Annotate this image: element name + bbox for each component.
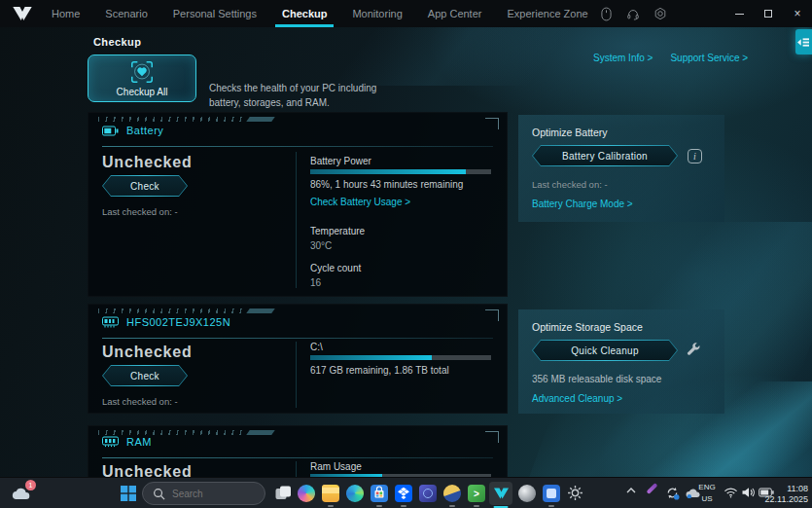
page-title: Checkup (93, 36, 141, 48)
running-indicator (376, 505, 382, 507)
main-nav: Home Scenario Personal Settings Checkup … (39, 0, 601, 27)
optimize-battery-panel: Optimize Battery Battery Calibration i L… (518, 115, 724, 222)
checkup-heart-scan-icon (129, 59, 155, 85)
side-panel-toggle[interactable] (795, 29, 812, 54)
tray-wifi-icon[interactable] (724, 487, 738, 498)
check-battery-usage-link[interactable]: Check Battery Usage > (310, 197, 410, 207)
system-info-link[interactable]: System Info > (593, 53, 653, 63)
cycle-count-value: 16 (310, 277, 321, 288)
temperature-value: 30°C (310, 240, 332, 251)
checkup-all-label: Checkup All (117, 87, 168, 97)
decor-hatch (98, 117, 244, 122)
tray-chevron-icon[interactable] (626, 488, 636, 493)
advanced-cleanup-link[interactable]: Advanced Cleanup > (532, 393, 622, 404)
running-indicator (401, 505, 406, 507)
wrench-icon[interactable] (687, 343, 701, 361)
nav-home[interactable]: Home (39, 0, 92, 27)
ssd-icon (102, 316, 119, 328)
taskbar-icon-copilot[interactable] (298, 485, 315, 502)
windows-taskbar: 1 (0, 477, 812, 508)
taskbar-icon-app-green-terminal[interactable]: > (468, 485, 485, 502)
battery-power-label: Battery Power (310, 156, 371, 166)
nav-checkup[interactable]: Checkup (269, 0, 339, 27)
taskbar-icon-microsoft-store[interactable] (371, 485, 388, 502)
taskbar-icon-app-grey[interactable] (518, 485, 536, 502)
quick-cleanup-label: Quick Cleanup (571, 345, 639, 356)
nav-monitoring[interactable]: Monitoring (339, 0, 414, 27)
releasable-space-text: 356 MB releasable disk space (532, 374, 661, 384)
taskbar-icon-file-explorer[interactable] (322, 485, 339, 502)
nav-personal-settings[interactable]: Personal Settings (160, 0, 269, 27)
storage-usage-detail: 617 GB remaining, 1.86 TB total (310, 365, 449, 376)
maximize-button[interactable] (754, 0, 783, 27)
divider (296, 152, 297, 288)
minimize-button[interactable] (724, 0, 754, 27)
battery-calibration-button[interactable]: Battery Calibration (532, 145, 678, 166)
cycle-count-label: Cycle count (310, 263, 361, 273)
battery-card: Battery Unchecked Check Last checked on:… (88, 112, 508, 297)
storage-card: HFS002TEJ9X125N Unchecked Check Last che… (88, 304, 508, 414)
language-line-2: US (694, 493, 720, 505)
clock-time: 11:08 (765, 484, 808, 494)
taskbar-icon-app-gold[interactable] (443, 485, 461, 502)
support-service-link[interactable]: Support Service > (670, 53, 748, 63)
battery-power-bar (310, 169, 491, 174)
close-button[interactable]: × (783, 0, 812, 27)
storage-usage-bar (310, 355, 491, 360)
nav-experience-zone[interactable]: Experience Zone (494, 0, 600, 27)
bg-streak (275, 27, 630, 86)
info-icon[interactable]: i (688, 149, 702, 163)
optimize-battery-title: Optimize Battery (532, 127, 608, 138)
checkup-description: Checks the health of your PC including b… (209, 82, 408, 110)
battery-card-title: Battery (126, 125, 163, 136)
language-line-1: ENG (694, 482, 720, 493)
taskbar-icon-app-purple[interactable] (419, 485, 437, 502)
running-indicator (548, 505, 554, 507)
ram-card-title: RAM (126, 436, 152, 448)
taskbar-icon-app-blue[interactable] (543, 485, 560, 502)
ram-icon (102, 436, 119, 448)
predatorsense-window: Home Scenario Personal Settings Checkup … (0, 0, 812, 508)
optimize-storage-panel: Optimize Storage Space Quick Cleanup 356… (518, 309, 724, 414)
checkup-all-button[interactable]: Checkup All (88, 54, 196, 102)
storage-check-button[interactable]: Check (102, 365, 188, 386)
start-button[interactable] (121, 486, 136, 501)
battery-icon (102, 126, 119, 136)
widgets-weather-icon[interactable]: 1 (10, 484, 31, 503)
clock-date: 22.11.2025 (765, 494, 808, 505)
battery-last-checked: Last checked on: - (102, 206, 178, 217)
quick-cleanup-button[interactable]: Quick Cleanup (532, 340, 678, 361)
storage-check-label: Check (130, 371, 159, 381)
battery-check-button[interactable]: Check (102, 175, 188, 197)
header-links: System Info > Support Service > (593, 53, 748, 63)
search-icon (153, 488, 165, 500)
taskbar-search[interactable] (142, 482, 265, 505)
decor-corner (485, 118, 499, 129)
titlebar: Home Scenario Personal Settings Checkup … (0, 0, 812, 27)
gear-icon[interactable] (650, 3, 671, 24)
taskbar-icon-dropbox[interactable] (395, 485, 412, 502)
tray-volume-icon[interactable] (741, 487, 755, 498)
mouse-icon[interactable] (595, 3, 617, 24)
task-view-button[interactable] (274, 485, 292, 502)
tray-sync-icon[interactable] (665, 486, 680, 500)
running-indicator (328, 505, 334, 507)
search-input[interactable] (172, 489, 250, 499)
headset-icon[interactable] (622, 3, 644, 24)
taskbar-icon-predatorsense[interactable] (489, 482, 512, 505)
calibration-last-checked: Last checked on: - (532, 179, 608, 190)
temperature-label: Temperature (310, 226, 365, 236)
taskbar-icon-settings[interactable] (567, 485, 583, 501)
titlebar-tools (595, 0, 671, 27)
nav-app-center[interactable]: App Center (415, 0, 495, 27)
window-controls: × (724, 0, 812, 27)
battery-charge-mode-link[interactable]: Battery Charge Mode > (532, 199, 633, 209)
tray-clock[interactable]: 11:08 22.11.2025 (765, 484, 808, 506)
ram-usage-label: Ram Usage (310, 461, 362, 472)
tray-language-switcher[interactable]: ENG US (694, 482, 720, 505)
divider (296, 342, 297, 408)
taskbar-icon-edge[interactable] (346, 485, 364, 502)
nav-scenario[interactable]: Scenario (92, 0, 159, 27)
tray-pen-icon[interactable] (646, 487, 658, 490)
drive-label: C:\ (310, 342, 323, 352)
